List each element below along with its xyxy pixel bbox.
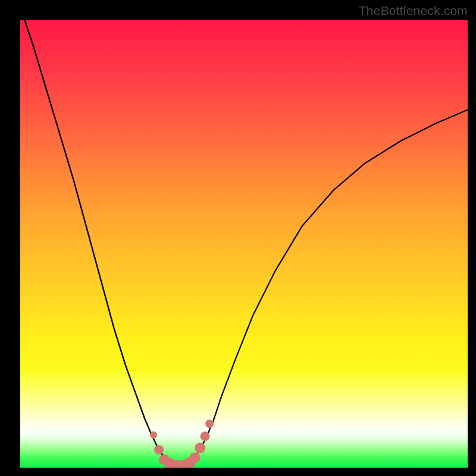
plot-area xyxy=(20,20,468,468)
svg-point-10 xyxy=(205,419,214,428)
watermark-text: TheBottleneck.com xyxy=(359,4,468,18)
svg-point-8 xyxy=(195,443,205,453)
svg-point-1 xyxy=(154,445,164,455)
curve-left-branch xyxy=(20,20,190,465)
bottom-marker-dots xyxy=(150,419,214,468)
chart-frame: TheBottleneck.com xyxy=(0,0,476,476)
curve-layer xyxy=(20,20,468,468)
svg-point-9 xyxy=(201,431,210,441)
svg-point-7 xyxy=(189,452,200,463)
curve-right-branch xyxy=(190,109,468,463)
svg-point-0 xyxy=(150,431,157,439)
